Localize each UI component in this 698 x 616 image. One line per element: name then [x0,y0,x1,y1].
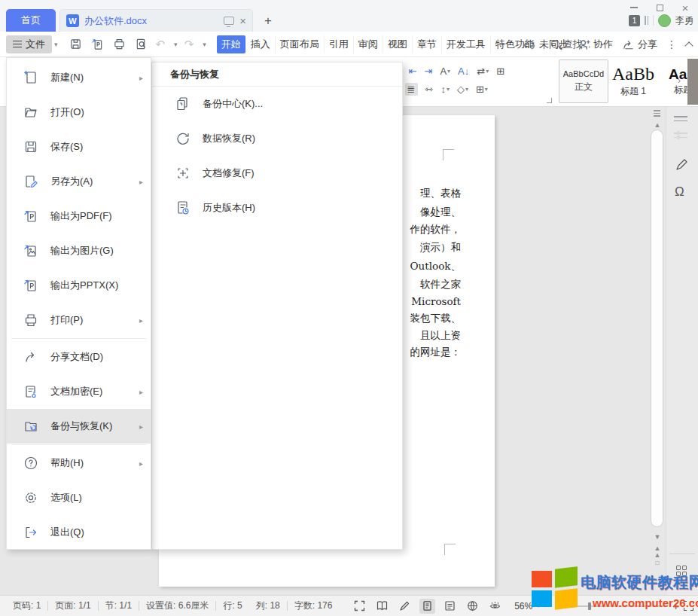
status-section: 节: 1/1 [99,599,139,612]
line-spacing-icon[interactable]: ↕▾ [440,84,450,95]
submenu-item-document-repair[interactable]: 文档修复(F) [152,156,402,191]
right-side-panel: Ω [666,107,698,595]
status-word-count[interactable]: 字数: 176 [288,599,340,612]
tab-references[interactable]: 引用 [324,35,353,53]
ruler-toggle-icon[interactable] [652,110,662,119]
print-icon[interactable] [112,37,127,52]
paragraph-adjust-icon[interactable]: ⇄▾ [477,66,489,77]
eye-protection-icon[interactable] [487,599,503,614]
redo-icon[interactable]: ↷ [184,38,194,51]
distribute-text-icon[interactable]: ⇿ [425,84,434,95]
shading-icon[interactable]: ◇▾ [457,84,468,95]
style-normal[interactable]: AaBbCcDd 正文 [559,59,608,103]
borders-icon[interactable]: ⊞▾ [476,84,488,95]
user-avatar[interactable] [658,14,671,27]
align-justify-icon[interactable]: ≣ [405,83,418,96]
settings-sliders-icon[interactable] [674,133,687,138]
tab-view[interactable]: 视图 [383,35,412,53]
submenu-item-history-version[interactable]: 历史版本(H) [152,191,402,225]
hamburger-icon [13,41,22,47]
scroll-down-icon[interactable]: ▼ [652,534,663,541]
submenu-title: 备份与恢复 [152,63,402,86]
page-mode-icon[interactable] [419,599,435,614]
style-heading1[interactable]: AaBb 标题 1 [608,59,658,103]
customize-toolbar-caret-icon[interactable]: ▾ [203,41,206,48]
web-layout-icon[interactable] [465,599,480,614]
gallery-more-chevron-icon[interactable]: › [678,75,681,86]
gallery-scroll-strip[interactable] [687,59,698,105]
sort-icon[interactable]: A↓ [458,66,469,77]
menu-item-open[interactable]: 打开(O) [7,95,151,130]
site-watermark: 电脑软硬件教程网 www.computer26.com [529,563,698,616]
tab-developer[interactable]: 开发工具 [441,35,490,53]
status-row: 行: 5 [216,599,248,612]
user-name[interactable]: 李勇 [675,14,693,27]
undo-dropdown-caret-icon[interactable]: ▾ [174,41,178,48]
file-menu-button[interactable]: 文件 [6,35,52,53]
tab-home-ribbon[interactable]: 开始 [217,35,245,53]
panel-toggle-icon[interactable] [674,116,687,121]
undo-icon[interactable]: ↶ [156,38,166,51]
status-column: 列: 18 [249,599,287,612]
export-pdf-icon[interactable] [90,37,105,52]
menu-item-share-document[interactable]: 分享文档(D) [7,340,151,374]
share-button[interactable]: 分享 [622,38,657,51]
tab-section[interactable]: 章节 [412,35,441,53]
tab-close-icon[interactable]: × [239,15,246,26]
tab-review[interactable]: 审阅 [353,35,383,53]
menu-item-save-as[interactable]: 另存为(A) ▸ [7,164,151,199]
ribbon-tabs: 开始 插入 页面布局 引用 审阅 视图 章节 开发工具 特色功能 [217,35,539,53]
site-logo-icon [532,568,580,607]
menu-item-new[interactable]: 新建(N) ▸ [7,60,151,95]
menu-item-export-image[interactable]: 输出为图片(G) [7,233,151,268]
tab-insert[interactable]: 插入 [245,35,275,53]
menu-item-export-pdf[interactable]: 输出为PDF(F) [7,199,151,233]
home-tab[interactable]: 首页 [6,9,56,32]
decrease-indent-icon[interactable]: ⇤ [409,66,417,77]
submenu-arrow-icon: ▸ [139,388,143,396]
new-tab-button[interactable]: + [260,13,276,29]
symbol-omega-icon[interactable]: Ω [675,184,684,200]
collapse-ribbon-icon[interactable] [684,41,693,50]
more-options-kebab-icon[interactable]: ⋮ [666,38,677,50]
write-mode-icon[interactable] [397,599,413,614]
submenu-item-data-recovery[interactable]: 数据恢复(R) [152,121,402,156]
menu-item-export-pptx[interactable]: 输出为PPTX(X) [7,268,151,303]
collaborate-button[interactable]: 协作 [578,38,613,51]
tab-count-badge[interactable]: 1 [629,15,640,26]
print-preview-icon[interactable] [134,37,149,52]
increase-indent-icon[interactable]: ⇥ [425,66,433,77]
menu-item-save[interactable]: 保存(S) [7,130,151,164]
tab-page-layout[interactable]: 页面布局 [275,35,324,53]
menu-item-encrypt-document[interactable]: 文档加密(E) ▸ [7,374,151,409]
submenu-arrow-icon: ▸ [139,422,143,431]
outline-mode-icon[interactable] [442,599,458,614]
distribute-table-icon[interactable]: ⊞ [496,66,504,77]
previous-page-icon[interactable]: ▲▲ [652,545,663,559]
vertical-scrollbar-thumb[interactable] [651,130,663,527]
share-icon [622,38,635,51]
read-mode-icon[interactable] [374,599,390,614]
fullscreen-icon[interactable] [352,599,367,614]
submenu-item-backup-center[interactable]: 备份中心(K)... [152,87,402,121]
save-icon[interactable] [69,37,84,52]
document-title: 办公软件.docx [84,14,218,28]
status-setting-value: 设置值: 6.6厘米 [139,599,215,612]
menu-item-options[interactable]: 选项(L) [7,480,151,515]
monitor-icon[interactable] [224,17,234,25]
margin-cropmark-bottom [444,544,456,555]
text-direction-icon[interactable]: A▾ [440,66,450,77]
menu-item-help[interactable]: 帮助(H) ▸ [7,446,151,480]
submenu-arrow-icon: ▸ [139,459,143,468]
menu-item-backup-restore[interactable]: 备份与恢复(K) ▸ [7,409,151,444]
edit-pen-icon[interactable] [675,157,689,175]
submenu-arrow-icon: ▸ [139,74,143,82]
paragraph-dialog-launcher-icon[interactable] [547,98,552,103]
site-name: 电脑软硬件教程网 [581,572,698,593]
menu-item-exit[interactable]: 退出(Q) [7,515,151,550]
document-tab[interactable]: W 办公软件.docx × [59,9,253,32]
menu-item-print[interactable]: 打印(P) ▸ [7,303,151,337]
scroll-up-icon[interactable]: ▲ [652,122,663,129]
file-dropdown-caret-icon[interactable]: ▾ [54,41,58,48]
sync-status[interactable]: 未同步 [523,38,568,51]
